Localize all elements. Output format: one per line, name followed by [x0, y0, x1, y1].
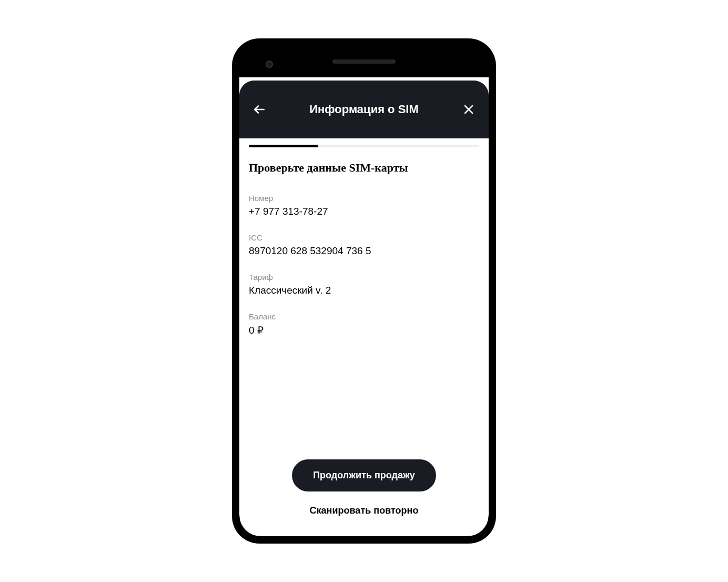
close-button[interactable] [461, 102, 476, 117]
screen-title: Информация о SIM [309, 103, 419, 116]
field-number: Номер +7 977 313-78-27 [249, 194, 479, 217]
arrow-left-icon [252, 103, 266, 116]
field-tariff-label: Тариф [249, 273, 479, 282]
field-icc-label: ICC [249, 233, 479, 242]
page-title: Проверьте данные SIM-карты [249, 161, 479, 175]
continue-button[interactable]: Продолжить продажу [292, 459, 436, 491]
back-button[interactable] [252, 102, 267, 117]
field-number-label: Номер [249, 194, 479, 203]
field-balance-label: Баланс [249, 312, 479, 321]
field-icc-value: 8970120 628 532904 736 5 [249, 245, 479, 257]
phone-inner: Информация о SIM Проверьте данные SIM-ка… [239, 46, 489, 536]
phone-frame: Информация о SIM Проверьте данные SIM-ка… [233, 39, 495, 543]
field-tariff: Тариф Классический v. 2 [249, 273, 479, 296]
content-area: Проверьте данные SIM-карты Номер +7 977 … [239, 147, 489, 454]
field-tariff-value: Классический v. 2 [249, 285, 479, 296]
close-icon [462, 103, 475, 116]
field-number-value: +7 977 313-78-27 [249, 206, 479, 217]
field-balance-value: 0 ₽ [249, 324, 479, 336]
phone-camera [266, 61, 273, 68]
app-screen: Информация о SIM Проверьте данные SIM-ка… [239, 77, 489, 536]
app-header: Информация о SIM [239, 81, 489, 138]
rescan-button[interactable]: Сканировать повторно [310, 505, 419, 516]
phone-speaker [332, 59, 396, 64]
phone-hardware-top [239, 46, 489, 77]
field-balance: Баланс 0 ₽ [249, 312, 479, 336]
field-icc: ICC 8970120 628 532904 736 5 [249, 233, 479, 257]
actions-area: Продолжить продажу Сканировать повторно [239, 454, 489, 536]
